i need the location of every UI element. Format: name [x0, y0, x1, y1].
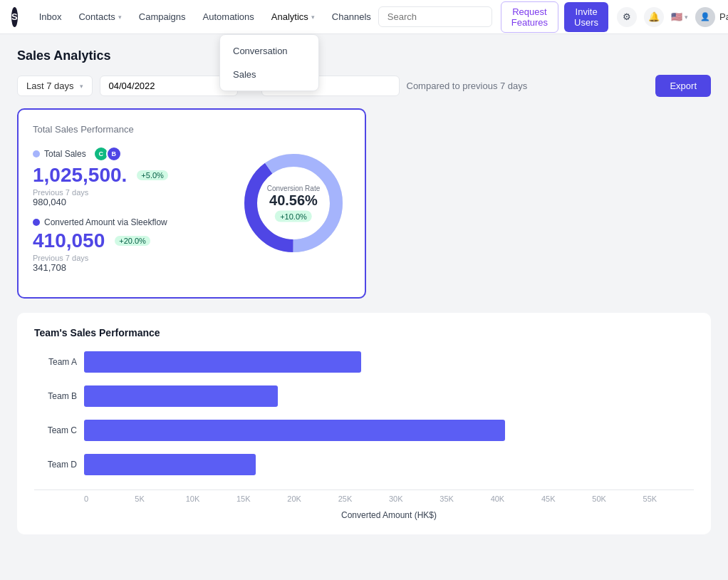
converted-amount-value: 410,050 +20.0%	[33, 230, 208, 252]
request-features-button[interactable]: Request Features	[501, 1, 558, 33]
search-input[interactable]	[378, 6, 492, 27]
x-axis: 05K10K15K20K25K30K35K40K45K50K55K	[34, 490, 694, 503]
nav-item-channels[interactable]: Channels	[325, 7, 378, 26]
total-sales-prev-label: Previous 7 days	[33, 188, 208, 197]
x-tick: 55K	[643, 494, 694, 503]
nav-links: Inbox Contacts▾ Campaigns Automations An…	[32, 7, 378, 26]
x-tick: 0	[84, 494, 135, 503]
bar-fill	[84, 351, 361, 373]
chevron-down-icon: ▾	[685, 14, 688, 21]
x-tick: 10K	[186, 494, 236, 503]
sales-left-panel: Total Sales Performance Total Sales C B …	[33, 124, 208, 283]
total-sales-value: 1,025,500. +5.0%	[33, 165, 208, 187]
total-sales-card: Total Sales Performance Total Sales C B …	[17, 108, 366, 299]
x-tick: 5K	[135, 494, 185, 503]
converted-amount-metric: Converted Amount via Sleekflow 410,050 +…	[33, 217, 208, 273]
x-tick: 35K	[440, 494, 490, 503]
x-tick: 40K	[491, 494, 541, 503]
x-tick: 50K	[592, 494, 643, 503]
user-avatar: 👤	[695, 7, 715, 27]
converted-amount-label: Converted Amount via Sleekflow	[33, 217, 208, 227]
donut-rate-label: Conversion Rate	[267, 185, 320, 192]
bar-track	[84, 351, 694, 373]
flag-icon: 🇺🇸	[671, 11, 682, 22]
navbar-icons: ⚙ 🔔 🇺🇸 ▾ 👤 Paul ▾	[617, 7, 728, 27]
converted-prev-value: 341,708	[33, 262, 208, 273]
converted-prev-label: Previous 7 days	[33, 254, 208, 262]
converted-badge: +20.0%	[115, 236, 150, 246]
donut-badge: +10.0%	[275, 211, 312, 222]
compare-text: Compared to previous 7 days	[407, 81, 528, 91]
bar-fill	[84, 420, 505, 441]
bar-track	[84, 420, 694, 441]
navbar: S Inbox Contacts▾ Campaigns Automations …	[0, 0, 728, 34]
export-button[interactable]: Export	[655, 75, 711, 97]
chevron-down-icon: ▾	[80, 83, 83, 90]
nav-item-automations[interactable]: Automations	[196, 7, 261, 26]
total-sales-dot	[33, 150, 40, 157]
dropdown-item-conversation[interactable]: Conversation	[220, 39, 318, 63]
invite-users-button[interactable]: Invite Users	[564, 2, 608, 32]
x-tick: 25K	[338, 494, 389, 503]
bar-label: Team A	[34, 357, 77, 367]
bar-label: Team B	[34, 391, 77, 401]
x-tick: 45K	[541, 494, 592, 503]
donut-chart: Conversion Rate 40.56% +10.0%	[236, 146, 350, 260]
page-content: Sales Analytics Last 7 days ▾ → Compared…	[0, 34, 728, 549]
chart-title: Team's Sales Performance	[34, 327, 694, 338]
bar-row: Team A	[84, 351, 694, 373]
converted-dot	[33, 219, 40, 226]
bar-label: Team C	[34, 425, 77, 435]
nav-item-analytics[interactable]: Analytics▾	[264, 7, 322, 26]
period-filter[interactable]: Last 7 days ▾	[17, 76, 93, 96]
bar-track	[84, 454, 694, 475]
chevron-down-icon: ▾	[311, 14, 315, 21]
notifications-icon[interactable]: 🔔	[644, 7, 664, 27]
chart-area: Team A Team B Team C Team D 05K10K15K20K…	[34, 351, 694, 520]
nav-item-campaigns[interactable]: Campaigns	[132, 7, 193, 26]
nav-item-inbox[interactable]: Inbox	[32, 7, 69, 26]
total-sales-prev-value: 980,040	[33, 197, 208, 207]
bar-row: Team C	[84, 420, 694, 441]
chevron-down-icon: ▾	[118, 14, 122, 21]
total-sales-metric: Total Sales C B 1,025,500. +5.0% Previou…	[33, 146, 208, 207]
user-menu[interactable]: 👤 Paul ▾	[695, 7, 728, 27]
team-chart-card: Team's Sales Performance Team A Team B T…	[17, 313, 711, 534]
page-title: Sales Analytics	[17, 48, 711, 63]
x-tick: 30K	[389, 494, 440, 503]
settings-icon[interactable]: ⚙	[617, 7, 637, 27]
language-selector[interactable]: 🇺🇸 ▾	[671, 11, 688, 22]
bar-chart: Team A Team B Team C Team D	[34, 351, 694, 504]
period-label: Last 7 days	[26, 81, 74, 91]
analytics-dropdown: Conversation Sales	[219, 34, 319, 91]
sales-avatars: C B	[96, 146, 122, 162]
bar-track	[84, 385, 694, 407]
x-tick: 15K	[236, 494, 287, 503]
user-name: Paul	[719, 11, 728, 22]
bar-row: Team D	[84, 454, 694, 475]
x-tick: 20K	[287, 494, 338, 503]
total-sales-badge: +5.0%	[137, 170, 168, 180]
bar-fill	[84, 454, 256, 475]
donut-rate-value: 40.56%	[267, 192, 320, 209]
date-from-input[interactable]	[100, 76, 238, 96]
bar-row: Team B	[84, 385, 694, 407]
app-logo: S	[11, 7, 18, 27]
total-sales-label: Total Sales C B	[33, 146, 208, 162]
avatar-b: B	[106, 146, 122, 162]
dropdown-item-sales[interactable]: Sales	[220, 63, 318, 86]
sales-card-title: Total Sales Performance	[33, 124, 208, 135]
filters-bar: Last 7 days ▾ → Compared to previous 7 d…	[17, 75, 711, 97]
bar-label: Team D	[34, 460, 77, 470]
bar-fill	[84, 385, 278, 407]
x-axis-label: Converted Amount (HK$)	[34, 510, 694, 520]
donut-center: Conversion Rate 40.56% +10.0%	[267, 185, 320, 222]
nav-item-contacts[interactable]: Contacts▾	[71, 7, 128, 26]
